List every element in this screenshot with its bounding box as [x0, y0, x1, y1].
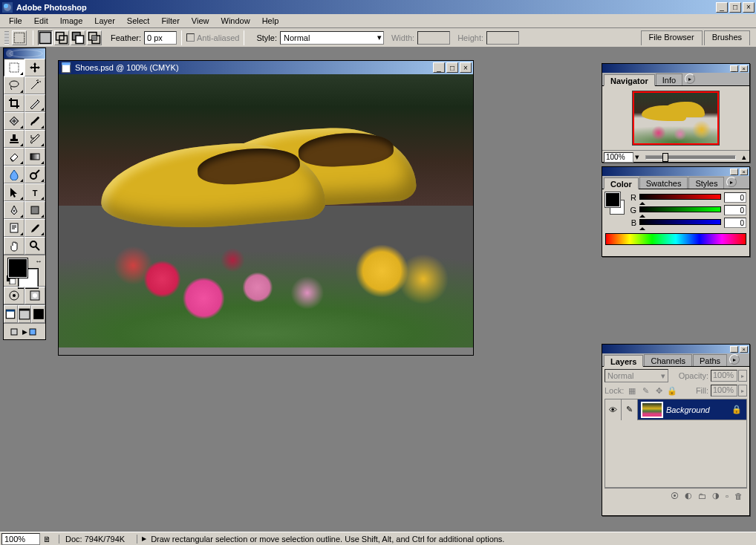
color-panel-swatch[interactable]	[605, 192, 625, 215]
navigator-viewbox[interactable]	[633, 91, 719, 145]
palette-header[interactable]: _ ×	[602, 64, 749, 73]
document-titlebar[interactable]: Shoes.psd @ 100% (CMYK) _ □ ×	[59, 61, 473, 74]
wand-tool[interactable]	[25, 76, 45, 94]
palette-minimize-icon[interactable]: _	[730, 169, 738, 175]
eyedropper-tool[interactable]	[25, 219, 45, 237]
hand-tool[interactable]	[4, 237, 25, 255]
palette-menu-icon[interactable]: ▸	[726, 177, 737, 187]
doc-close-button[interactable]: ×	[460, 62, 472, 73]
tab-info[interactable]: Info	[656, 74, 682, 85]
status-zoom-input[interactable]	[1, 533, 40, 545]
palette-header[interactable]: _ ×	[602, 167, 749, 176]
doc-info-icon[interactable]: 🗎	[43, 535, 51, 544]
value-blue-input[interactable]	[724, 218, 746, 228]
dodge-tool[interactable]	[25, 166, 45, 183]
pen-tool[interactable]	[4, 201, 25, 219]
menu-view[interactable]: View	[186, 15, 215, 27]
zoom-out-icon[interactable]: ▾	[635, 152, 639, 162]
menu-file[interactable]: File	[3, 15, 28, 27]
style-select[interactable]: Normal ▾	[280, 31, 384, 45]
navigator-zoom-input[interactable]	[604, 152, 633, 163]
palette-menu-icon[interactable]: ▸	[729, 354, 740, 365]
toolbox-header[interactable]	[4, 48, 45, 59]
doc-maximize-button[interactable]: □	[446, 62, 458, 73]
type-tool[interactable]: T	[25, 183, 45, 201]
blur-tool[interactable]	[4, 166, 25, 183]
standard-mode-button[interactable]	[4, 287, 25, 304]
document-canvas[interactable]	[59, 74, 473, 347]
color-spectrum[interactable]	[605, 233, 746, 245]
tab-navigator[interactable]: Navigator	[604, 74, 655, 86]
lasso-tool[interactable]	[4, 76, 25, 94]
gradient-tool[interactable]	[25, 148, 45, 166]
zoom-tool[interactable]	[25, 237, 45, 255]
value-green-input[interactable]	[724, 205, 746, 215]
new-set-icon[interactable]: 🗀	[698, 492, 706, 500]
screen-full-button[interactable]	[31, 305, 45, 323]
doc-minimize-button[interactable]: _	[433, 62, 445, 73]
tab-channels[interactable]: Channels	[644, 354, 691, 366]
selection-new-button[interactable]	[38, 30, 53, 45]
menu-select[interactable]: Select	[121, 15, 156, 27]
well-tab-filebrowser[interactable]: File Browser	[641, 30, 703, 45]
jump-to-imageready-button[interactable]: ▶	[4, 323, 45, 339]
well-tab-brushes[interactable]: Brushes	[704, 30, 750, 45]
palette-close-icon[interactable]: ×	[740, 346, 748, 353]
grip-handle[interactable]	[4, 31, 9, 45]
slider-blue[interactable]	[639, 219, 721, 226]
doc-size-text[interactable]: Doc: 794K/794K	[59, 535, 131, 544]
layer-style-icon[interactable]: ⦿	[671, 492, 679, 500]
palette-close-icon[interactable]: ×	[740, 65, 748, 72]
menu-filter[interactable]: Filter	[155, 15, 185, 27]
palette-minimize-icon[interactable]: _	[730, 65, 738, 72]
crop-tool[interactable]	[4, 94, 25, 112]
tab-swatches[interactable]: Swatches	[639, 177, 688, 189]
menu-edit[interactable]: Edit	[28, 15, 54, 27]
palette-header[interactable]: _ ×	[602, 345, 749, 353]
menu-window[interactable]: Window	[215, 15, 256, 27]
notes-tool[interactable]	[4, 219, 25, 237]
menu-help[interactable]: Help	[256, 15, 285, 27]
marquee-tool[interactable]	[4, 59, 25, 76]
eraser-tool[interactable]	[4, 148, 25, 166]
trash-icon[interactable]: 🗑	[734, 492, 743, 500]
layer-thumbnail[interactable]	[641, 402, 663, 418]
palette-close-icon[interactable]: ×	[740, 169, 748, 175]
move-tool[interactable]	[25, 59, 45, 76]
navigator-zoom-slider[interactable]	[645, 155, 736, 160]
stamp-tool[interactable]	[4, 130, 25, 148]
value-red-input[interactable]	[724, 192, 746, 203]
tab-styles[interactable]: Styles	[688, 177, 724, 189]
layer-mask-icon[interactable]: ◐	[685, 491, 692, 500]
quickmask-mode-button[interactable]	[25, 287, 45, 304]
current-tool-icon[interactable]	[12, 30, 27, 45]
selection-intersect-button[interactable]	[87, 30, 102, 45]
history-brush-tool[interactable]	[25, 130, 45, 148]
tab-color[interactable]: Color	[604, 177, 639, 189]
navigator-thumbnail[interactable]	[632, 91, 720, 146]
slider-green[interactable]	[639, 206, 721, 214]
foreground-color[interactable]	[8, 258, 27, 278]
slider-red[interactable]	[639, 194, 721, 201]
selection-subtract-button[interactable]	[71, 30, 85, 45]
close-button[interactable]: ×	[743, 2, 755, 13]
palette-menu-icon[interactable]: ▸	[685, 74, 695, 84]
minimize-button[interactable]: _	[716, 2, 728, 13]
new-layer-icon[interactable]: ▫	[726, 492, 729, 500]
layer-name[interactable]: Background	[666, 405, 731, 414]
palette-minimize-icon[interactable]: _	[730, 346, 738, 353]
slice-tool[interactable]	[25, 94, 45, 112]
zoom-in-icon[interactable]: ▴	[742, 152, 746, 162]
screen-menubar-button[interactable]	[18, 305, 32, 323]
adjustment-icon[interactable]: ◑	[712, 491, 720, 500]
path-select-tool[interactable]	[4, 183, 25, 201]
menu-layer[interactable]: Layer	[88, 15, 121, 27]
tab-paths[interactable]: Paths	[693, 354, 727, 366]
feather-input[interactable]	[144, 31, 177, 45]
heal-tool[interactable]	[4, 112, 25, 130]
menu-image[interactable]: Image	[54, 15, 89, 27]
brush-tool[interactable]	[25, 112, 45, 130]
tab-layers[interactable]: Layers	[604, 355, 643, 367]
shape-tool[interactable]	[25, 201, 45, 219]
selection-add-button[interactable]	[54, 30, 69, 45]
